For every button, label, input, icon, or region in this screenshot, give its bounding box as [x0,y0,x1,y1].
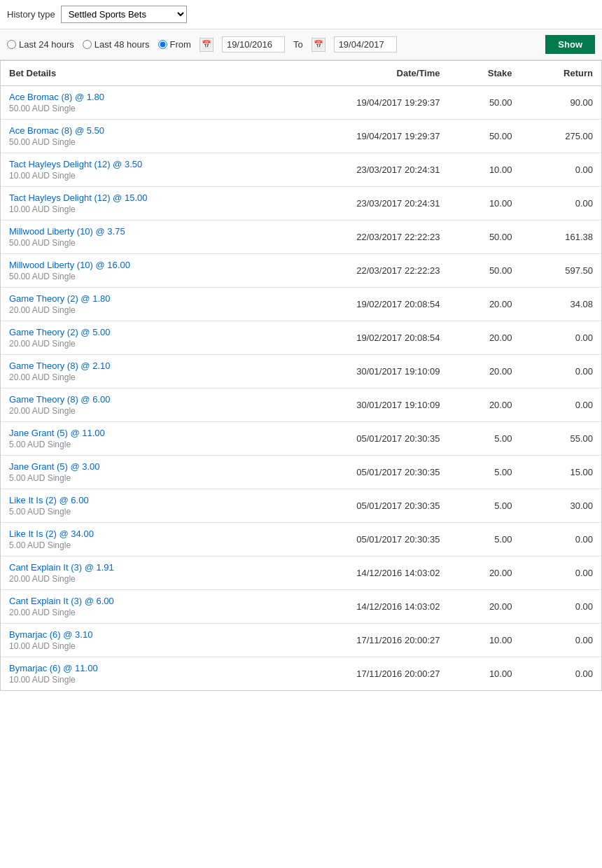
bet-datetime-cell: 19/04/2017 19:29:37 [272,86,448,120]
bet-name[interactable]: Game Theory (8) @ 2.10 [9,360,264,371]
table-row: Game Theory (2) @ 1.8020.00 AUD Single19… [1,288,601,321]
bet-datetime-cell: 17/11/2016 20:00:27 [272,624,448,657]
bet-datetime-cell: 19/02/2017 20:08:54 [272,321,448,355]
bet-return-cell: 275.00 [520,120,601,153]
bet-return-cell: 0.00 [520,388,601,422]
table-row: Jane Grant (5) @ 3.005.00 AUD Single05/0… [1,456,601,489]
bet-sub: 10.00 AUD Single [9,204,264,214]
bet-return-cell: 0.00 [520,187,601,220]
table-row: Ace Bromac (8) @ 5.5050.00 AUD Single19/… [1,120,601,153]
last48-label: Last 48 hours [94,39,150,50]
bet-datetime-cell: 05/01/2017 20:30:35 [272,523,448,556]
bet-datetime-cell: 14/12/2016 14:03:02 [272,590,448,624]
bet-name[interactable]: Tact Hayleys Delight (12) @ 3.50 [9,159,264,169]
bet-details-cell: Game Theory (8) @ 2.1020.00 AUD Single [1,355,272,388]
bet-name[interactable]: Game Theory (8) @ 6.00 [9,394,264,405]
bet-datetime-cell: 17/11/2016 20:00:27 [272,657,448,691]
to-date-input[interactable] [334,36,397,52]
bet-sub: 50.00 AUD Single [9,272,264,281]
bet-name[interactable]: Game Theory (2) @ 1.80 [9,293,264,304]
bet-return-cell: 90.00 [520,86,601,120]
table-row: Millwood Liberty (10) @ 3.7550.00 AUD Si… [1,220,601,254]
bet-details-cell: Millwood Liberty (10) @ 16.0050.00 AUD S… [1,254,272,288]
bets-tbody: Ace Bromac (8) @ 1.8050.00 AUD Single19/… [1,86,601,691]
bet-sub: 10.00 AUD Single [9,641,264,651]
bet-name[interactable]: Millwood Liberty (10) @ 3.75 [9,226,264,237]
bet-stake-cell: 10.00 [449,624,521,657]
last48-radio-label[interactable]: Last 48 hours [83,39,150,50]
bet-datetime-cell: 23/03/2017 20:24:31 [272,187,448,220]
bet-datetime-cell: 05/01/2017 20:30:35 [272,456,448,489]
history-type-select[interactable]: Settled Sports Bets Open Sports Bets Acc… [61,6,187,23]
from-calendar-icon[interactable]: 📅 [200,38,214,52]
bet-sub: 10.00 AUD Single [9,171,264,181]
to-calendar-icon[interactable]: 📅 [312,38,326,52]
bet-return-cell: 0.00 [520,657,601,691]
col-return: Return [520,61,601,86]
bet-name[interactable]: Cant Explain It (3) @ 6.00 [9,596,264,606]
bet-return-cell: 597.50 [520,254,601,288]
bet-sub: 50.00 AUD Single [9,104,264,113]
bet-datetime-cell: 23/03/2017 20:24:31 [272,153,448,187]
table-row: Game Theory (8) @ 6.0020.00 AUD Single30… [1,388,601,422]
bet-stake-cell: 10.00 [449,187,521,220]
from-label: From [170,39,191,50]
from-radio[interactable] [158,40,167,49]
bet-stake-cell: 50.00 [449,254,521,288]
bet-name[interactable]: Like It Is (2) @ 6.00 [9,495,264,505]
table-row: Cant Explain It (3) @ 6.0020.00 AUD Sing… [1,590,601,624]
bet-details-cell: Millwood Liberty (10) @ 3.7550.00 AUD Si… [1,220,272,254]
bet-stake-cell: 20.00 [449,590,521,624]
bet-stake-cell: 5.00 [449,422,521,456]
bet-details-cell: Game Theory (2) @ 1.8020.00 AUD Single [1,288,272,321]
from-radio-label[interactable]: From [158,39,191,50]
table-row: Cant Explain It (3) @ 1.9120.00 AUD Sing… [1,556,601,590]
bet-stake-cell: 50.00 [449,220,521,254]
table-row: Jane Grant (5) @ 11.005.00 AUD Single05/… [1,422,601,456]
col-stake: Stake [449,61,521,86]
bet-name[interactable]: Jane Grant (5) @ 11.00 [9,428,264,438]
bet-name[interactable]: Millwood Liberty (10) @ 16.00 [9,260,264,270]
bet-sub: 5.00 AUD Single [9,507,264,517]
bet-return-cell: 30.00 [520,489,601,523]
bet-details-cell: Jane Grant (5) @ 11.005.00 AUD Single [1,422,272,456]
filter-row: Last 24 hours Last 48 hours From 📅 To 📅 … [0,29,602,60]
table-header-row: Bet Details Date/Time Stake Return [1,61,601,86]
bet-sub: 20.00 AUD Single [9,372,264,382]
bet-return-cell: 161.38 [520,220,601,254]
bet-name[interactable]: Ace Bromac (8) @ 5.50 [9,125,264,136]
bet-stake-cell: 20.00 [449,355,521,388]
bet-return-cell: 0.00 [520,153,601,187]
bet-name[interactable]: Bymarjac (6) @ 3.10 [9,629,264,640]
bet-name[interactable]: Jane Grant (5) @ 3.00 [9,461,264,472]
bet-details-cell: Bymarjac (6) @ 3.1010.00 AUD Single [1,624,272,657]
bet-datetime-cell: 14/12/2016 14:03:02 [272,556,448,590]
bet-sub: 5.00 AUD Single [9,440,264,449]
bet-details-cell: Like It Is (2) @ 6.005.00 AUD Single [1,489,272,523]
show-button[interactable]: Show [545,35,595,54]
bet-return-cell: 0.00 [520,523,601,556]
bet-name[interactable]: Cant Explain It (3) @ 1.91 [9,562,264,573]
bet-sub: 20.00 AUD Single [9,406,264,416]
bet-name[interactable]: Game Theory (2) @ 5.00 [9,327,264,337]
bets-table: Bet Details Date/Time Stake Return Ace B… [1,61,601,690]
bet-name[interactable]: Like It Is (2) @ 34.00 [9,528,264,539]
bet-sub: 5.00 AUD Single [9,540,264,550]
table-row: Tact Hayleys Delight (12) @ 15.0010.00 A… [1,187,601,220]
bet-datetime-cell: 05/01/2017 20:30:35 [272,489,448,523]
bet-name[interactable]: Bymarjac (6) @ 11.00 [9,663,264,673]
bet-datetime-cell: 19/04/2017 19:29:37 [272,120,448,153]
bet-stake-cell: 10.00 [449,657,521,691]
last24-radio-label[interactable]: Last 24 hours [7,39,74,50]
bet-name[interactable]: Tact Hayleys Delight (12) @ 15.00 [9,192,264,203]
bet-return-cell: 0.00 [520,624,601,657]
from-date-input[interactable] [222,36,285,52]
last48-radio[interactable] [83,40,92,49]
bet-stake-cell: 5.00 [449,489,521,523]
bet-return-cell: 0.00 [520,355,601,388]
last24-radio[interactable] [7,40,16,49]
bet-stake-cell: 20.00 [449,388,521,422]
bet-name[interactable]: Ace Bromac (8) @ 1.80 [9,92,264,102]
bet-details-cell: Jane Grant (5) @ 3.005.00 AUD Single [1,456,272,489]
bet-stake-cell: 10.00 [449,153,521,187]
